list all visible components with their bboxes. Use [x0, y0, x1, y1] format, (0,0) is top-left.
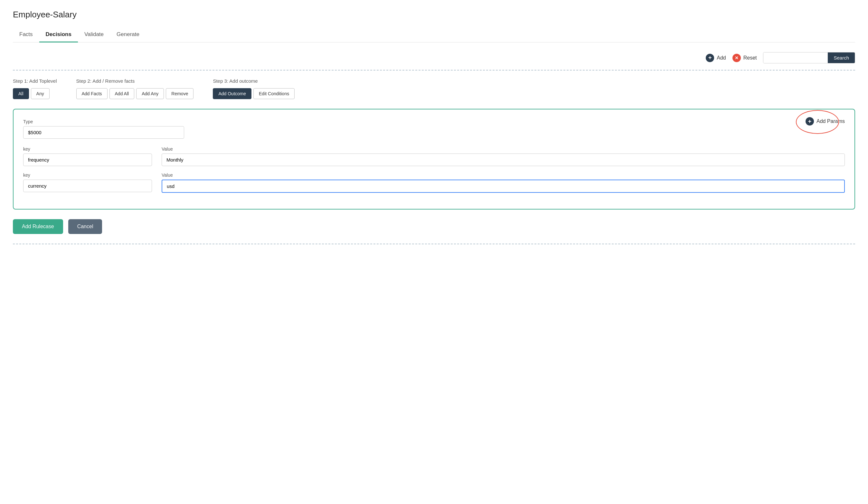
search-container: Search: [763, 52, 855, 63]
tab-facts[interactable]: Facts: [13, 27, 39, 42]
step3-buttons: Add Outcome Edit Conditions: [213, 88, 294, 99]
search-button[interactable]: Search: [828, 52, 855, 63]
reset-button[interactable]: ✕ Reset: [732, 54, 757, 62]
step1-all-button[interactable]: All: [13, 88, 29, 99]
key1-label: key: [23, 146, 152, 151]
value-col-1: Value: [162, 146, 845, 166]
step2-label: Step 2: Add / Remove facts: [76, 78, 194, 84]
add-icon: +: [706, 54, 714, 62]
value1-label: Value: [162, 146, 845, 151]
type-label: Type: [23, 119, 845, 124]
type-field: Type: [23, 119, 845, 139]
tab-generate[interactable]: Generate: [110, 27, 146, 42]
reset-label: Reset: [743, 55, 757, 61]
value2-input[interactable]: [162, 180, 845, 193]
cancel-button[interactable]: Cancel: [68, 219, 102, 234]
step3-edit-conditions-button[interactable]: Edit Conditions: [254, 88, 294, 99]
key-col-2: key: [23, 172, 152, 193]
key2-label: key: [23, 172, 152, 178]
key2-input[interactable]: [23, 180, 152, 192]
toolbar: + Add ✕ Reset Search: [13, 52, 855, 63]
step3-label: Step 3: Add outcome: [213, 78, 294, 84]
step1-any-button[interactable]: Any: [31, 88, 50, 99]
tab-decisions[interactable]: Decisions: [39, 27, 78, 42]
step2-section: Step 2: Add / Remove facts Add Facts Add…: [76, 78, 194, 99]
value1-input[interactable]: [162, 154, 845, 166]
step2-remove-button[interactable]: Remove: [166, 88, 194, 99]
form-card: + Add Params Type key Value key Value: [13, 109, 855, 210]
key1-input[interactable]: [23, 154, 152, 166]
step3-section: Step 3: Add outcome Add Outcome Edit Con…: [213, 78, 294, 99]
add-params-button[interactable]: + Add Params: [806, 117, 845, 126]
key-value-row-2: key Value: [23, 172, 845, 193]
action-buttons: Add Rulecase Cancel: [13, 219, 855, 234]
step2-buttons: Add Facts Add All Add Any Remove: [76, 88, 194, 99]
step1-label: Step 1: Add Toplevel: [13, 78, 57, 84]
step2-add-facts-button[interactable]: Add Facts: [76, 88, 107, 99]
add-button[interactable]: + Add: [706, 54, 726, 62]
add-params-circle: +: [806, 117, 814, 126]
value-col-2: Value: [162, 172, 845, 193]
key-value-row-1: key Value: [23, 146, 845, 166]
add-label: Add: [717, 55, 726, 61]
add-rulecase-button[interactable]: Add Rulecase: [13, 219, 63, 234]
step3-add-outcome-button[interactable]: Add Outcome: [213, 88, 251, 99]
step1-buttons: All Any: [13, 88, 57, 99]
search-input[interactable]: [763, 52, 828, 63]
step2-add-any-button[interactable]: Add Any: [136, 88, 164, 99]
step2-add-all-button[interactable]: Add All: [110, 88, 135, 99]
tab-validate[interactable]: Validate: [78, 27, 110, 42]
bottom-divider: [13, 244, 855, 244]
add-params-icon: +: [806, 117, 814, 126]
add-params-label: Add Params: [816, 118, 845, 124]
tab-bar: Facts Decisions Validate Generate: [13, 27, 855, 42]
top-divider: [13, 70, 855, 71]
steps-row: Step 1: Add Toplevel All Any Step 2: Add…: [13, 78, 855, 99]
value2-label: Value: [162, 172, 845, 178]
app-title: Employee-Salary: [13, 10, 855, 20]
type-input[interactable]: [23, 126, 184, 139]
key-col-1: key: [23, 146, 152, 166]
step1-section: Step 1: Add Toplevel All Any: [13, 78, 57, 99]
reset-icon: ✕: [732, 54, 741, 62]
